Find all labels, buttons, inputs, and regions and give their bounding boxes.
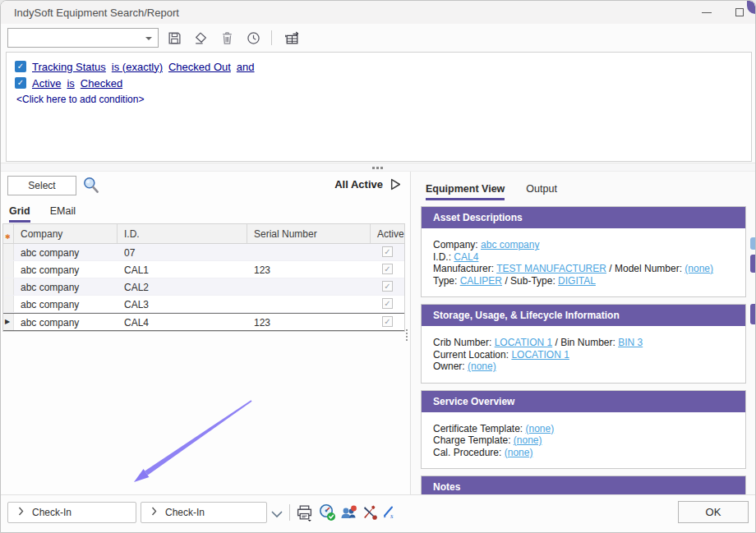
gauge-check-button[interactable] xyxy=(318,503,336,522)
equipment-link[interactable]: CAL4 xyxy=(454,251,478,263)
select-button[interactable]: Select xyxy=(7,176,76,195)
equipment-section: Asset DescriptionsCompany: abc companyI.… xyxy=(421,206,746,297)
condition-term-link[interactable]: Checked Out xyxy=(168,61,231,73)
report-name-combo[interactable] xyxy=(7,28,159,48)
send-to-grid-icon xyxy=(284,30,301,45)
grid-cell[interactable] xyxy=(247,244,371,260)
tab-output[interactable]: Output xyxy=(526,183,557,200)
print-button[interactable] xyxy=(295,503,313,522)
condition-term-link[interactable]: is (exactly) xyxy=(112,61,163,73)
signature-icon: s xyxy=(381,504,398,521)
save-button[interactable] xyxy=(164,29,185,47)
row-selector[interactable]: ▶ xyxy=(3,314,14,330)
row-selector[interactable] xyxy=(3,244,14,260)
active-checkbox[interactable]: ✓ xyxy=(382,298,393,309)
minimize-button[interactable] xyxy=(694,4,719,21)
delete-button[interactable] xyxy=(216,29,237,47)
grid-cell-active[interactable]: ✓ xyxy=(371,296,404,312)
condition-term-link[interactable]: Checked xyxy=(81,77,122,90)
equipment-link[interactable]: (none) xyxy=(526,423,555,434)
grid-cell[interactable]: CAL4 xyxy=(118,314,247,330)
tab-grid[interactable]: Grid xyxy=(9,205,30,223)
equipment-link[interactable]: LOCATION 1 xyxy=(495,337,552,348)
condition-term-link[interactable]: Active xyxy=(32,77,61,90)
grid-cell[interactable] xyxy=(247,296,371,312)
all-active-label: All Active xyxy=(334,178,383,191)
grid-column-header[interactable]: Serial Number xyxy=(247,224,371,243)
signature-button[interactable]: s xyxy=(380,503,399,522)
grid-cell[interactable]: abc company xyxy=(14,296,118,312)
row-selector[interactable] xyxy=(3,261,14,278)
detail-tabs: Equipment View Output xyxy=(426,183,557,200)
chevron-right-icon xyxy=(151,507,157,518)
history-button[interactable] xyxy=(242,29,264,47)
equipment-link[interactable]: CALIPER xyxy=(460,275,502,287)
grid-column-header[interactable]: Active xyxy=(371,224,404,243)
horizontal-splitter[interactable] xyxy=(1,163,755,172)
grid-cell[interactable]: abc company xyxy=(14,314,118,330)
active-checkbox[interactable]: ✓ xyxy=(382,246,393,257)
grid-cell[interactable]: 07 xyxy=(118,244,247,260)
grid-cell-active[interactable]: ✓ xyxy=(371,314,404,330)
equipment-link[interactable]: BIN 3 xyxy=(618,337,643,348)
tab-email[interactable]: EMail xyxy=(50,205,76,223)
more-buttons-dropdown[interactable] xyxy=(270,507,284,522)
grid-cell-active[interactable]: ✓ xyxy=(371,278,404,295)
active-checkbox[interactable]: ✓ xyxy=(382,316,393,327)
grid-row[interactable]: abc companyCAL3✓ xyxy=(3,296,404,313)
grid-column-header[interactable]: I.D. xyxy=(118,224,247,243)
tab-equipment-view[interactable]: Equipment View xyxy=(426,183,505,200)
run-all-active-button[interactable] xyxy=(390,178,401,194)
tools-button[interactable] xyxy=(361,503,379,522)
grid-column-header[interactable]: Company xyxy=(14,224,118,243)
check-in-label: Check-In xyxy=(165,507,205,518)
search-button[interactable] xyxy=(81,176,101,199)
equipment-section: Service OverviewCertificate Template: (n… xyxy=(421,390,746,470)
vertical-splitter-grip-icon[interactable] xyxy=(406,329,408,331)
send-to-grid-button[interactable] xyxy=(281,29,302,47)
users-button[interactable] xyxy=(339,503,357,522)
report-name-input[interactable] xyxy=(12,30,141,46)
equipment-link[interactable]: (none) xyxy=(685,263,713,274)
grid-cell-active[interactable]: ✓ xyxy=(371,244,404,260)
ok-button[interactable]: OK xyxy=(678,501,749,523)
condition-term-link[interactable]: and xyxy=(237,61,255,73)
active-checkbox[interactable]: ✓ xyxy=(382,281,393,292)
grid-row[interactable]: ▶abc companyCAL4123✓ xyxy=(3,313,404,331)
combo-dropdown-icon[interactable] xyxy=(145,37,152,40)
magnifier-icon xyxy=(81,176,101,195)
active-checkbox[interactable]: ✓ xyxy=(382,264,393,274)
grid-cell[interactable]: CAL2 xyxy=(118,278,247,295)
minimize-icon xyxy=(702,12,712,13)
grid-cell[interactable]: CAL1 xyxy=(118,261,247,278)
grid-cell[interactable]: abc company xyxy=(14,261,118,278)
condition-checkbox[interactable]: ✓ xyxy=(15,61,26,72)
check-in-button[interactable]: Check-In xyxy=(7,502,136,523)
condition-checkbox[interactable]: ✓ xyxy=(15,77,26,89)
detail-line: Crib Number: LOCATION 1 / Bin Number: BI… xyxy=(433,337,745,349)
grid-row[interactable]: abc companyCAL2✓ xyxy=(3,278,404,296)
grid-cell-active[interactable]: ✓ xyxy=(371,261,404,278)
clear-button[interactable] xyxy=(190,29,211,47)
row-selector[interactable] xyxy=(3,278,14,295)
grid-cell[interactable]: abc company xyxy=(14,244,118,260)
grid-cell[interactable]: 123 xyxy=(247,261,371,278)
equipment-link[interactable]: abc company xyxy=(481,239,539,250)
grid-cell[interactable]: 123 xyxy=(247,314,371,330)
row-selector[interactable] xyxy=(3,296,14,312)
equipment-link[interactable]: LOCATION 1 xyxy=(511,349,569,361)
equipment-link[interactable]: (none) xyxy=(514,434,542,446)
add-condition-link[interactable]: <Click here to add condition> xyxy=(16,94,743,105)
condition-term-link[interactable]: is xyxy=(67,77,74,90)
equipment-link[interactable]: (none) xyxy=(468,361,496,372)
condition-term-link[interactable]: Tracking Status xyxy=(32,61,106,73)
grid-cell[interactable]: CAL3 xyxy=(118,296,247,312)
grid-cell[interactable]: abc company xyxy=(14,278,118,295)
grid-row[interactable]: abc companyCAL1123✓ xyxy=(3,261,404,278)
equipment-link[interactable]: TEST MANUFACTURER xyxy=(496,263,606,274)
equipment-link[interactable]: (none) xyxy=(505,447,533,458)
equipment-link[interactable]: DIGITAL xyxy=(558,275,596,287)
grid-row[interactable]: abc company07✓ xyxy=(3,244,404,261)
check-in-button[interactable]: Check-In xyxy=(141,502,267,523)
grid-cell[interactable] xyxy=(247,278,371,295)
